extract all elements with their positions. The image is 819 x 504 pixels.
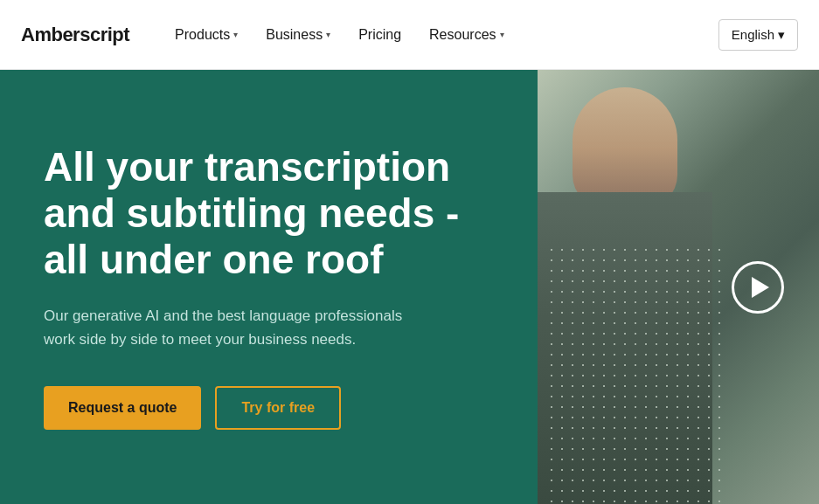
- chevron-down-icon: ▾: [233, 30, 238, 39]
- language-selector[interactable]: English ▾: [718, 19, 798, 51]
- nav-item-business[interactable]: Business ▾: [255, 20, 341, 50]
- nav-item-pricing[interactable]: Pricing: [348, 20, 412, 50]
- chevron-down-icon: ▾: [500, 30, 504, 39]
- nav-item-resources[interactable]: Resources ▾: [419, 20, 514, 50]
- request-quote-button[interactable]: Request a quote: [44, 386, 201, 430]
- nav-items: Products ▾ Business ▾ Pricing Resources …: [164, 20, 718, 50]
- hero-subtext: Our generative AI and the best language …: [44, 304, 411, 351]
- chevron-down-icon: ▾: [326, 30, 330, 39]
- hero-right: [538, 70, 819, 504]
- nav-label-products: Products: [175, 27, 230, 43]
- try-free-button[interactable]: Try for free: [215, 386, 341, 430]
- nav-label-business: Business: [266, 27, 323, 43]
- nav-label-resources: Resources: [429, 27, 496, 43]
- play-button[interactable]: [732, 261, 784, 314]
- nav-label-pricing: Pricing: [358, 27, 401, 42]
- hero-buttons: Request a quote Try for free: [44, 386, 494, 430]
- logo[interactable]: Amberscript: [21, 24, 129, 46]
- hero-left: All your transcription and subtitling ne…: [0, 70, 538, 504]
- person-jacket: [538, 192, 712, 504]
- hero-section: All your transcription and subtitling ne…: [0, 70, 819, 504]
- language-label: English: [732, 27, 774, 42]
- chevron-down-icon: ▾: [778, 27, 785, 43]
- person-face: [573, 87, 677, 210]
- play-icon: [752, 277, 769, 298]
- navbar: Amberscript Products ▾ Business ▾ Pricin…: [0, 0, 819, 70]
- hero-heading: All your transcription and subtitling ne…: [44, 144, 494, 283]
- nav-item-products[interactable]: Products ▾: [164, 20, 248, 50]
- jacket-dots-pattern: [546, 245, 721, 504]
